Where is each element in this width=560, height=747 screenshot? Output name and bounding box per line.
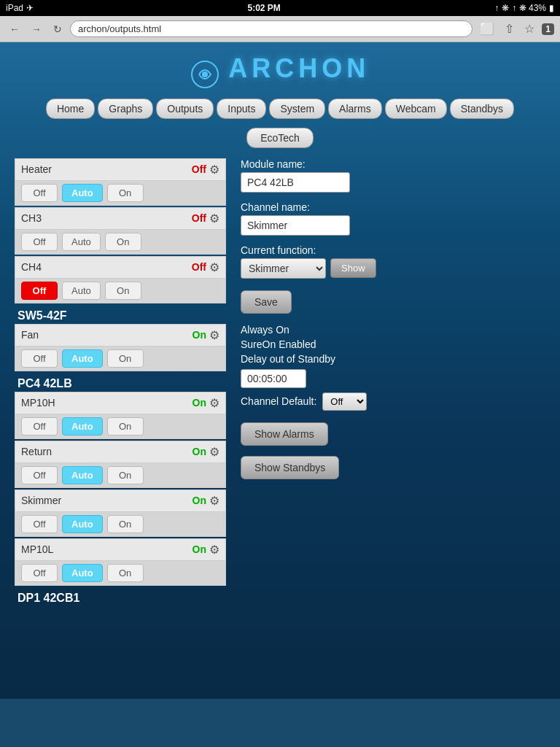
channel-ch4-controls: Off Auto On	[15, 278, 226, 303]
channel-skimmer-gear[interactable]: ⚙	[209, 494, 219, 508]
channel-mp10l-label: MP10L	[21, 543, 190, 555]
upload-icon[interactable]: ⇧	[502, 20, 517, 37]
mp10h-off-btn[interactable]: Off	[21, 417, 58, 436]
function-row: Skimmer Always On Heater Return Pump Sho…	[241, 258, 545, 279]
channel-name-label: Channel name:	[241, 201, 545, 213]
module-name-label: Module name:	[241, 158, 545, 170]
fan-auto-btn[interactable]: Auto	[62, 349, 103, 368]
channel-name-input[interactable]	[241, 215, 350, 236]
show-alarms-button[interactable]: Show Alarms	[241, 422, 328, 446]
function-select[interactable]: Skimmer Always On Heater Return Pump	[241, 258, 326, 279]
url-input[interactable]	[70, 20, 472, 37]
channel-mp10l-row: MP10L On ⚙	[15, 538, 226, 560]
channel-fan-gear[interactable]: ⚙	[209, 328, 219, 342]
status-right: ↑ ❋ ↑ ❋ 43% ▮	[494, 3, 554, 13]
nav-alarms[interactable]: Alarms	[328, 98, 382, 119]
main-content: Heater Off ⚙ Off Auto On CH3 Off ⚙ Off	[0, 151, 560, 614]
channel-default-select[interactable]: Off On Auto	[322, 392, 367, 411]
mp10l-on-btn[interactable]: On	[107, 564, 144, 582]
return-off-btn[interactable]: Off	[21, 466, 58, 484]
nav-home[interactable]: Home	[46, 98, 95, 119]
skimmer-off-btn[interactable]: Off	[21, 515, 58, 533]
return-on-btn[interactable]: On	[107, 466, 144, 484]
heater-auto-btn[interactable]: Auto	[62, 184, 103, 202]
back-button[interactable]: ←	[6, 22, 23, 36]
skimmer-auto-btn[interactable]: Auto	[62, 515, 103, 533]
show-function-button[interactable]: Show	[330, 258, 376, 278]
heater-on-btn[interactable]: On	[107, 184, 144, 202]
tab-count[interactable]: 1	[542, 23, 554, 35]
bookmark-icon[interactable]: ☆	[521, 20, 537, 37]
ch4-auto-btn[interactable]: Auto	[62, 282, 101, 300]
channel-mp10h-gear[interactable]: ⚙	[209, 396, 219, 410]
mp10l-auto-btn[interactable]: Auto	[62, 564, 103, 582]
channel-heater-label: Heater	[21, 163, 189, 175]
save-area: Save	[241, 287, 545, 317]
ch4-on-btn[interactable]: On	[105, 282, 141, 300]
save-button[interactable]: Save	[241, 290, 292, 314]
channel-default-label: Channel Default:	[241, 395, 316, 407]
svg-point-1	[202, 71, 208, 77]
ocean-background: ARCHON Home Graphs Outputs Inputs System…	[0, 42, 560, 699]
delay-input[interactable]	[241, 369, 306, 388]
nav-system[interactable]: System	[269, 98, 325, 119]
status-left: iPad ✈	[6, 3, 34, 13]
forward-button[interactable]: →	[28, 22, 45, 36]
channel-skimmer-status: On	[192, 495, 206, 506]
channel-ch3-controls: Off Auto On	[15, 229, 226, 255]
mp10l-off-btn[interactable]: Off	[21, 564, 58, 582]
mp10h-on-btn[interactable]: On	[107, 417, 144, 436]
module-name-input[interactable]	[241, 172, 350, 193]
refresh-button[interactable]: ↻	[50, 22, 66, 36]
ch3-off-btn[interactable]: Off	[21, 233, 58, 251]
battery-label: ↑ ❋ 43%	[512, 3, 546, 13]
channel-ch3-status: Off	[192, 212, 206, 224]
nav-standbys[interactable]: Standbys	[450, 98, 514, 119]
mp10h-auto-btn[interactable]: Auto	[62, 417, 103, 436]
channel-name-group: Channel name:	[241, 201, 545, 236]
show-alarms-area: Show Alarms	[241, 419, 545, 449]
share-icon[interactable]: ⬜	[477, 20, 497, 37]
nav-ecotech[interactable]: EcoTech	[246, 128, 314, 148]
ch3-auto-btn[interactable]: Auto	[62, 233, 101, 251]
nav-outputs[interactable]: Outputs	[156, 98, 214, 119]
show-standbys-button[interactable]: Show Standbys	[241, 456, 339, 479]
channel-heater-gear[interactable]: ⚙	[209, 163, 219, 177]
channel-fan-controls: Off Auto On	[15, 346, 226, 371]
channel-ch3-gear[interactable]: ⚙	[209, 212, 219, 225]
fan-on-btn[interactable]: On	[107, 349, 144, 368]
channel-ch4-block: CH4 Off ⚙ Off Auto On	[15, 256, 226, 303]
ch4-off-btn[interactable]: Off	[21, 282, 58, 300]
channel-return-controls: Off Auto On	[15, 462, 226, 488]
channel-ch4-gear[interactable]: ⚙	[209, 260, 219, 274]
nav-graphs[interactable]: Graphs	[98, 98, 153, 119]
channel-skimmer-label: Skimmer	[21, 495, 190, 506]
channel-fan-block: Fan On ⚙ Off Auto On	[15, 324, 226, 371]
ch3-on-btn[interactable]: On	[105, 233, 141, 251]
channel-default-row: Channel Default: Off On Auto	[241, 392, 545, 411]
sureon-text: SureOn Enabled	[241, 338, 545, 350]
channel-mp10h-row: MP10H On ⚙	[15, 392, 226, 414]
browser-bar: ← → ↻ ⬜ ⇧ ☆ 1	[0, 16, 560, 42]
wifi-icon: iPad	[6, 3, 23, 13]
channel-return-row: Return On ⚙	[15, 441, 226, 462]
airplane-icon: ✈	[26, 3, 34, 13]
heater-off-btn[interactable]: Off	[21, 184, 58, 202]
logo-section: ARCHON	[0, 42, 560, 93]
channel-return-gear[interactable]: ⚙	[209, 445, 219, 459]
channel-heater-block: Heater Off ⚙ Off Auto On	[15, 158, 226, 206]
nav-webcam[interactable]: Webcam	[385, 98, 447, 119]
nav-inputs[interactable]: Inputs	[217, 98, 266, 119]
logo-icon	[190, 60, 219, 89]
delay-input-group	[241, 369, 545, 388]
channel-return-status: On	[192, 446, 206, 457]
channel-return-block: Return On ⚙ Off Auto On	[15, 441, 226, 488]
fan-off-btn[interactable]: Off	[21, 349, 58, 368]
channel-mp10l-gear[interactable]: ⚙	[209, 543, 219, 557]
module-dp1-header: DP1 42CB1	[15, 587, 226, 606]
channel-skimmer-row: Skimmer On ⚙	[15, 489, 226, 511]
return-auto-btn[interactable]: Auto	[62, 466, 103, 484]
delay-text: Delay out of Standby	[241, 353, 545, 365]
channel-skimmer-block: Skimmer On ⚙ Off Auto On	[15, 489, 226, 537]
skimmer-on-btn[interactable]: On	[107, 515, 144, 533]
